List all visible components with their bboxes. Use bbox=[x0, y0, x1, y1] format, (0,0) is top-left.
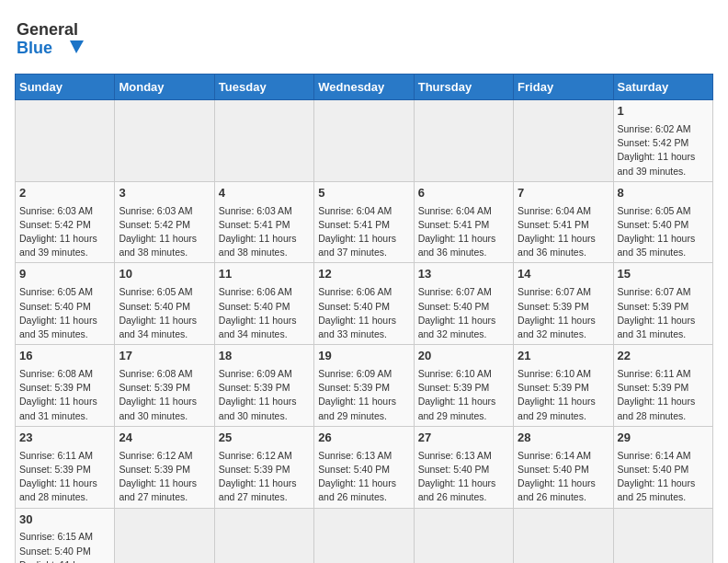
day-info: Sunrise: 6:05 AM Sunset: 5:40 PM Dayligh… bbox=[119, 285, 210, 341]
day-info: Sunrise: 6:07 AM Sunset: 5:39 PM Dayligh… bbox=[518, 285, 609, 341]
day-info: Sunrise: 6:06 AM Sunset: 5:40 PM Dayligh… bbox=[318, 285, 409, 341]
day-info: Sunrise: 6:03 AM Sunset: 5:42 PM Dayligh… bbox=[119, 204, 210, 260]
day-cell: 7Sunrise: 6:04 AM Sunset: 5:41 PM Daylig… bbox=[514, 181, 613, 263]
header-cell-thursday: Thursday bbox=[414, 75, 513, 100]
day-number: 7 bbox=[518, 185, 609, 202]
day-cell: 4Sunrise: 6:03 AM Sunset: 5:41 PM Daylig… bbox=[214, 181, 313, 263]
day-cell bbox=[613, 508, 712, 563]
day-number: 12 bbox=[318, 266, 409, 283]
day-info: Sunrise: 6:14 AM Sunset: 5:40 PM Dayligh… bbox=[518, 449, 609, 505]
day-info: Sunrise: 6:12 AM Sunset: 5:39 PM Dayligh… bbox=[219, 449, 310, 505]
header-cell-monday: Monday bbox=[115, 75, 214, 100]
logo-svg: General Blue bbox=[15, 15, 97, 63]
calendar-body: 1Sunrise: 6:02 AM Sunset: 5:42 PM Daylig… bbox=[16, 100, 713, 564]
day-info: Sunrise: 6:05 AM Sunset: 5:40 PM Dayligh… bbox=[618, 204, 709, 260]
day-cell: 12Sunrise: 6:06 AM Sunset: 5:40 PM Dayli… bbox=[314, 263, 414, 345]
day-number: 20 bbox=[418, 348, 509, 365]
day-cell: 18Sunrise: 6:09 AM Sunset: 5:39 PM Dayli… bbox=[214, 345, 313, 427]
day-info: Sunrise: 6:04 AM Sunset: 5:41 PM Dayligh… bbox=[318, 204, 409, 260]
day-info: Sunrise: 6:12 AM Sunset: 5:39 PM Dayligh… bbox=[119, 449, 210, 505]
day-number: 5 bbox=[318, 185, 409, 202]
day-cell: 1Sunrise: 6:02 AM Sunset: 5:42 PM Daylig… bbox=[613, 100, 712, 182]
header-cell-sunday: Sunday bbox=[16, 75, 115, 100]
day-number: 21 bbox=[518, 348, 609, 365]
day-info: Sunrise: 6:10 AM Sunset: 5:39 PM Dayligh… bbox=[518, 367, 609, 423]
day-cell bbox=[414, 508, 513, 563]
day-info: Sunrise: 6:13 AM Sunset: 5:40 PM Dayligh… bbox=[418, 449, 509, 505]
day-cell: 5Sunrise: 6:04 AM Sunset: 5:41 PM Daylig… bbox=[314, 181, 414, 263]
day-cell: 28Sunrise: 6:14 AM Sunset: 5:40 PM Dayli… bbox=[514, 426, 613, 508]
week-row-1: 2Sunrise: 6:03 AM Sunset: 5:42 PM Daylig… bbox=[16, 181, 713, 263]
day-info: Sunrise: 6:06 AM Sunset: 5:40 PM Dayligh… bbox=[219, 285, 310, 341]
day-cell: 3Sunrise: 6:03 AM Sunset: 5:42 PM Daylig… bbox=[115, 181, 214, 263]
day-cell: 25Sunrise: 6:12 AM Sunset: 5:39 PM Dayli… bbox=[214, 426, 313, 508]
day-number: 24 bbox=[119, 430, 210, 447]
day-info: Sunrise: 6:10 AM Sunset: 5:39 PM Dayligh… bbox=[418, 367, 509, 423]
day-cell bbox=[314, 508, 414, 563]
day-cell: 10Sunrise: 6:05 AM Sunset: 5:40 PM Dayli… bbox=[115, 263, 214, 345]
day-cell: 8Sunrise: 6:05 AM Sunset: 5:40 PM Daylig… bbox=[613, 181, 712, 263]
day-number: 22 bbox=[618, 348, 709, 365]
day-number: 6 bbox=[418, 185, 509, 202]
day-cell bbox=[414, 100, 513, 182]
day-info: Sunrise: 6:08 AM Sunset: 5:39 PM Dayligh… bbox=[119, 367, 210, 423]
day-cell: 14Sunrise: 6:07 AM Sunset: 5:39 PM Dayli… bbox=[514, 263, 613, 345]
day-number: 28 bbox=[518, 430, 609, 447]
week-row-5: 30Sunrise: 6:15 AM Sunset: 5:40 PM Dayli… bbox=[16, 508, 713, 563]
day-info: Sunrise: 6:03 AM Sunset: 5:42 PM Dayligh… bbox=[19, 204, 110, 260]
day-cell: 11Sunrise: 6:06 AM Sunset: 5:40 PM Dayli… bbox=[214, 263, 313, 345]
day-info: Sunrise: 6:07 AM Sunset: 5:40 PM Dayligh… bbox=[418, 285, 509, 341]
svg-text:General: General bbox=[17, 20, 78, 39]
header-cell-saturday: Saturday bbox=[613, 75, 712, 100]
calendar-header: SundayMondayTuesdayWednesdayThursdayFrid… bbox=[16, 75, 713, 100]
day-cell: 15Sunrise: 6:07 AM Sunset: 5:39 PM Dayli… bbox=[613, 263, 712, 345]
day-cell bbox=[115, 100, 214, 182]
day-number: 16 bbox=[19, 348, 110, 365]
day-cell: 19Sunrise: 6:09 AM Sunset: 5:39 PM Dayli… bbox=[314, 345, 414, 427]
day-number: 13 bbox=[418, 266, 509, 283]
day-cell bbox=[514, 100, 613, 182]
day-number: 1 bbox=[618, 103, 709, 121]
day-cell: 2Sunrise: 6:03 AM Sunset: 5:42 PM Daylig… bbox=[16, 181, 115, 263]
day-info: Sunrise: 6:02 AM Sunset: 5:42 PM Dayligh… bbox=[618, 122, 709, 178]
day-info: Sunrise: 6:13 AM Sunset: 5:40 PM Dayligh… bbox=[318, 449, 409, 505]
day-number: 23 bbox=[19, 430, 110, 447]
day-number: 29 bbox=[618, 430, 709, 447]
week-row-2: 9Sunrise: 6:05 AM Sunset: 5:40 PM Daylig… bbox=[16, 263, 713, 345]
day-cell bbox=[214, 508, 313, 563]
day-cell bbox=[214, 100, 313, 182]
day-cell bbox=[314, 100, 414, 182]
day-info: Sunrise: 6:03 AM Sunset: 5:41 PM Dayligh… bbox=[219, 204, 310, 260]
day-cell: 29Sunrise: 6:14 AM Sunset: 5:40 PM Dayli… bbox=[613, 426, 712, 508]
day-cell bbox=[115, 508, 214, 563]
day-number: 25 bbox=[219, 430, 310, 447]
day-info: Sunrise: 6:05 AM Sunset: 5:40 PM Dayligh… bbox=[19, 285, 110, 341]
day-number: 8 bbox=[618, 185, 709, 202]
day-number: 30 bbox=[19, 511, 110, 529]
day-info: Sunrise: 6:11 AM Sunset: 5:39 PM Dayligh… bbox=[19, 449, 110, 505]
day-cell: 27Sunrise: 6:13 AM Sunset: 5:40 PM Dayli… bbox=[414, 426, 513, 508]
day-number: 2 bbox=[19, 185, 110, 202]
day-number: 15 bbox=[618, 266, 709, 283]
day-cell: 23Sunrise: 6:11 AM Sunset: 5:39 PM Dayli… bbox=[16, 426, 115, 508]
day-cell: 26Sunrise: 6:13 AM Sunset: 5:40 PM Dayli… bbox=[314, 426, 414, 508]
day-number: 14 bbox=[518, 266, 609, 283]
svg-text:Blue: Blue bbox=[17, 39, 52, 57]
day-info: Sunrise: 6:11 AM Sunset: 5:39 PM Dayligh… bbox=[618, 367, 709, 423]
day-info: Sunrise: 6:09 AM Sunset: 5:39 PM Dayligh… bbox=[219, 367, 310, 423]
day-number: 18 bbox=[219, 348, 310, 365]
header-cell-friday: Friday bbox=[514, 75, 613, 100]
day-number: 19 bbox=[318, 348, 409, 365]
week-row-3: 16Sunrise: 6:08 AM Sunset: 5:39 PM Dayli… bbox=[16, 345, 713, 427]
day-cell bbox=[514, 508, 613, 563]
day-number: 9 bbox=[19, 266, 110, 283]
day-info: Sunrise: 6:09 AM Sunset: 5:39 PM Dayligh… bbox=[318, 367, 409, 423]
day-cell: 13Sunrise: 6:07 AM Sunset: 5:40 PM Dayli… bbox=[414, 263, 513, 345]
day-cell: 22Sunrise: 6:11 AM Sunset: 5:39 PM Dayli… bbox=[613, 345, 712, 427]
day-number: 10 bbox=[119, 266, 210, 283]
day-cell: 6Sunrise: 6:04 AM Sunset: 5:41 PM Daylig… bbox=[414, 181, 513, 263]
day-number: 4 bbox=[219, 185, 310, 202]
day-number: 27 bbox=[418, 430, 509, 447]
day-number: 26 bbox=[318, 430, 409, 447]
day-info: Sunrise: 6:07 AM Sunset: 5:39 PM Dayligh… bbox=[618, 285, 709, 341]
